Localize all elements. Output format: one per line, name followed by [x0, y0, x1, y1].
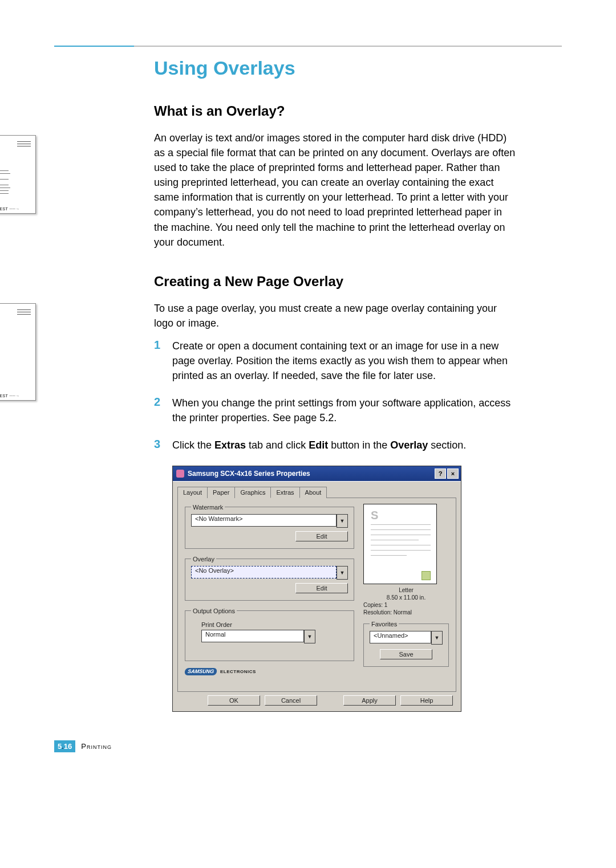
header-rule — [54, 46, 562, 47]
print-order-label: Print Order — [201, 621, 348, 628]
chapter-name: Printing — [81, 742, 112, 751]
regards-label: Regards — [0, 199, 31, 203]
output-legend: Output Options — [191, 608, 237, 614]
step-3-text: Click the Extras tab and click Edit butt… — [172, 438, 466, 453]
overlay-select[interactable]: <No Overlay> — [191, 566, 337, 578]
heading-creating-overlay: Creating a New Page Overlay — [154, 274, 519, 290]
overlay-definition-paragraph: An overlay is text and/or images stored … — [154, 131, 519, 250]
heading-what-is-overlay: What is an Overlay? — [154, 103, 519, 119]
printer-properties-dialog: Samsung SCX-4x16 Series Properties ? × L… — [172, 466, 461, 712]
resolution-info: Resolution: Normal — [363, 609, 449, 616]
dialog-title: Samsung SCX-4x16 Series Properties — [188, 470, 310, 478]
dear-label: Dear ABC — [0, 164, 31, 168]
cancel-button[interactable]: Cancel — [265, 695, 317, 706]
page-title: Using Overlays — [154, 57, 519, 79]
help-button[interactable]: Help — [400, 695, 453, 706]
close-button[interactable]: × — [447, 468, 459, 479]
step-number: 2 — [154, 396, 172, 425]
tab-about[interactable]: About — [299, 487, 327, 498]
dialog-titlebar[interactable]: Samsung SCX-4x16 Series Properties ? × — [173, 466, 461, 481]
chevron-down-icon[interactable]: ▼ — [337, 514, 348, 528]
apply-button[interactable]: Apply — [343, 695, 396, 706]
figure-footer: WORLD BEST — [0, 394, 35, 398]
creating-intro: To use a page overlay, you must create a… — [154, 301, 519, 331]
page-number: 5.16 — [54, 740, 75, 752]
tab-row: Layout Paper Graphics Extras About — [177, 486, 456, 498]
ok-button[interactable]: OK — [208, 695, 260, 706]
print-order-select[interactable]: Normal — [201, 630, 304, 642]
step-number: 3 — [154, 438, 172, 453]
figure-footer: WORLD BEST — [0, 207, 31, 211]
chevron-down-icon[interactable]: ▼ — [431, 631, 443, 645]
paper-name: Letter — [363, 586, 449, 594]
blank-letterhead-figure: SAMSUNG WORLD BEST — [0, 303, 36, 401]
favorites-select[interactable]: <Unnamed> — [370, 631, 431, 643]
step-number: 1 — [154, 339, 172, 383]
tab-layout[interactable]: Layout — [177, 487, 208, 498]
overlay-legend: Overlay — [191, 556, 216, 563]
preview-marker-icon — [422, 571, 431, 580]
tab-extras[interactable]: Extras — [270, 487, 299, 498]
favorites-legend: Favorites — [370, 621, 399, 627]
output-options-group: Output Options Print Order Normal ▼ — [185, 608, 354, 661]
tab-paper[interactable]: Paper — [207, 487, 235, 498]
chevron-down-icon[interactable]: ▼ — [304, 630, 315, 643]
tab-graphics[interactable]: Graphics — [234, 487, 271, 498]
help-button[interactable]: ? — [435, 468, 446, 479]
samsung-sub: ELECTRONICS — [220, 669, 256, 674]
watermark-edit-button[interactable]: Edit — [295, 531, 348, 541]
overlay-edit-button[interactable]: Edit — [295, 583, 348, 593]
paper-size: 8.50 x 11.00 in. — [363, 594, 449, 601]
step-1-text: Create or open a document containing tex… — [172, 339, 519, 383]
overlay-group: Overlay <No Overlay> ▼ Edit — [185, 556, 354, 601]
copies-info: Copies: 1 — [363, 601, 449, 609]
watermark-group: Watermark <No Watermark> ▼ Edit — [185, 504, 354, 549]
watermark-legend: Watermark — [191, 504, 225, 511]
favorites-save-button[interactable]: Save — [380, 649, 432, 659]
step-2-text: When you change the print settings from … — [172, 396, 519, 425]
printer-icon — [176, 470, 184, 478]
favorites-group: Favorites <Unnamed> ▼ Save — [363, 621, 449, 667]
chevron-down-icon[interactable]: ▼ — [337, 566, 348, 580]
samsung-logo: SAMSUNG — [184, 668, 217, 675]
page-preview: S — [363, 504, 437, 584]
letterhead-example-figure: SAMSUNG Dear ABC Regards WORLD BEST — [0, 135, 36, 214]
watermark-select[interactable]: <No Watermark> — [191, 514, 337, 527]
